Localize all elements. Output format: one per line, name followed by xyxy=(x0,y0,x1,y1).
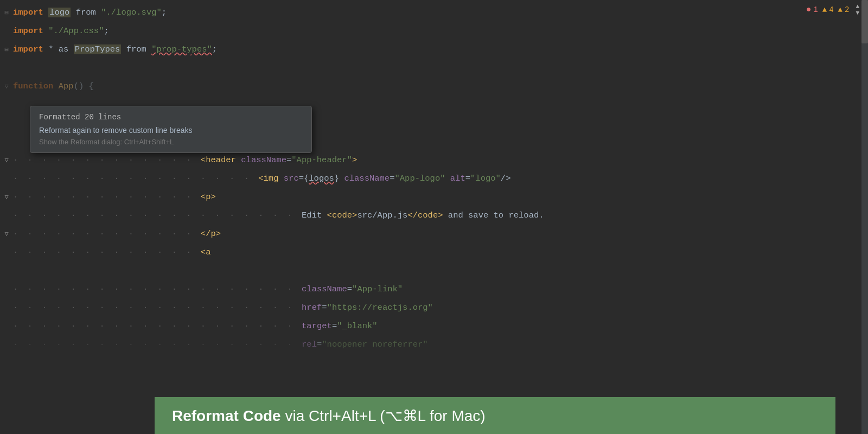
code-area: ⊟ import logo from "./logo.svg"; import … xyxy=(0,0,835,434)
fold-5[interactable]: ▽ xyxy=(2,82,11,91)
code-line-3: ⊟ import * as PropTypes from "prop-types… xyxy=(0,40,835,59)
error-badge[interactable]: ● 1 xyxy=(806,5,818,15)
code-text-2: import "./App.css"; xyxy=(11,22,109,40)
fold-p[interactable]: ▽ xyxy=(2,193,11,201)
code-line-p-open: ▽ · · · · · · · · · · · · · <p> xyxy=(0,188,835,206)
tooltip-formatted-lines: Formatted 20 lines xyxy=(39,113,303,122)
code-text-href: · · · · · · · · · · · · · · · · · · · · … xyxy=(11,298,433,317)
code-line-2: import "./App.css"; xyxy=(0,22,835,40)
empty-line-4 xyxy=(0,59,835,77)
tooltip-reformat-again[interactable]: Reformat again to remove custom line bre… xyxy=(39,126,303,135)
fold-1[interactable]: ⊟ xyxy=(2,9,11,17)
code-line-img: · · · · · · · · · · · · · · · · · <img s… xyxy=(0,169,835,188)
code-text-header: · · · · · · · · · · · · · <header classN… xyxy=(11,151,357,169)
code-text-1: import logo from "./logo.svg"; xyxy=(11,3,167,22)
code-text-3: import * as PropTypes from "prop-types"; xyxy=(11,40,217,59)
code-text-edit: · · · · · · · · · · · · · · · · · · · · … xyxy=(11,206,544,225)
warning-badge-1[interactable]: ▲ 4 xyxy=(822,5,834,14)
warning-icon-2: ▲ xyxy=(838,5,843,14)
notification-bold: Reformat Code xyxy=(172,407,281,424)
code-line-1: ⊟ import logo from "./logo.svg"; xyxy=(0,3,835,22)
arrow-up-icon[interactable]: ▲ xyxy=(856,3,859,10)
code-line-header: ▽ · · · · · · · · · · · · · <header clas… xyxy=(0,151,835,169)
code-line-5: ▽ function App() { xyxy=(0,77,835,95)
error-icon: ● xyxy=(806,5,812,15)
code-text-p-close: · · · · · · · · · · · · · </p> xyxy=(11,225,221,243)
code-text-a: · · · · · · · · · · · · · <a xyxy=(11,243,210,261)
code-line-edit: · · · · · · · · · · · · · · · · · · · · … xyxy=(0,206,835,225)
code-text-p-open: · · · · · · · · · · · · · <p> xyxy=(11,188,216,206)
code-line-target: · · · · · · · · · · · · · · · · · · · · … xyxy=(0,317,835,335)
warning-count-1: 4 xyxy=(829,5,833,14)
code-line-a: · · · · · · · · · · · · · <a xyxy=(0,243,835,261)
code-line-href: · · · · · · · · · · · · · · · · · · · · … xyxy=(0,298,835,317)
warning-icon-1: ▲ xyxy=(822,5,827,14)
scrollbar[interactable] xyxy=(861,0,868,434)
top-bar: ● 1 ▲ 4 ▲ 2 ▲ ▼ xyxy=(806,0,868,20)
code-line-rel: · · · · · · · · · · · · · · · · · · · · … xyxy=(0,335,835,354)
notification-normal: via Ctrl+Alt+L (⌥⌘L for Mac) xyxy=(281,407,486,424)
fold-3[interactable]: ⊟ xyxy=(2,46,11,54)
reformat-tooltip: Formatted 20 lines Reformat again to rem… xyxy=(30,106,312,153)
code-text-target: · · · · · · · · · · · · · · · · · · · · … xyxy=(11,317,378,335)
code-line-p-close: ▽ · · · · · · · · · · · · · </p> xyxy=(0,225,835,243)
code-text-5: function App() { xyxy=(11,77,94,95)
editor-container: ● 1 ▲ 4 ▲ 2 ▲ ▼ ⊟ import logo from "./lo… xyxy=(0,0,868,434)
error-count: 1 xyxy=(813,5,818,14)
code-text-classname: · · · · · · · · · · · · · · · · · · · · … xyxy=(11,280,403,298)
warning-badge-2[interactable]: ▲ 2 xyxy=(838,5,850,14)
fold-header[interactable]: ▽ xyxy=(2,156,11,164)
fold-p-close[interactable]: ▽ xyxy=(2,230,11,238)
arrow-down-icon[interactable]: ▼ xyxy=(856,10,859,16)
code-line-classname: · · · · · · · · · · · · · · · · · · · · … xyxy=(0,280,835,298)
nav-arrows[interactable]: ▲ ▼ xyxy=(856,3,859,16)
code-text-rel: · · · · · · · · · · · · · · · · · · · · … xyxy=(11,335,428,354)
notification-text: Reformat Code via Ctrl+Alt+L (⌥⌘L for Ma… xyxy=(172,407,486,425)
reformat-notification-bar: Reformat Code via Ctrl+Alt+L (⌥⌘L for Ma… xyxy=(155,397,835,434)
empty-line-9 xyxy=(0,261,835,280)
code-text-img: · · · · · · · · · · · · · · · · · <img s… xyxy=(11,169,510,188)
warning-count-2: 2 xyxy=(845,5,849,14)
tooltip-show-dialog[interactable]: Show the Reformat dialog: Ctrl+Alt+Shift… xyxy=(39,138,303,146)
